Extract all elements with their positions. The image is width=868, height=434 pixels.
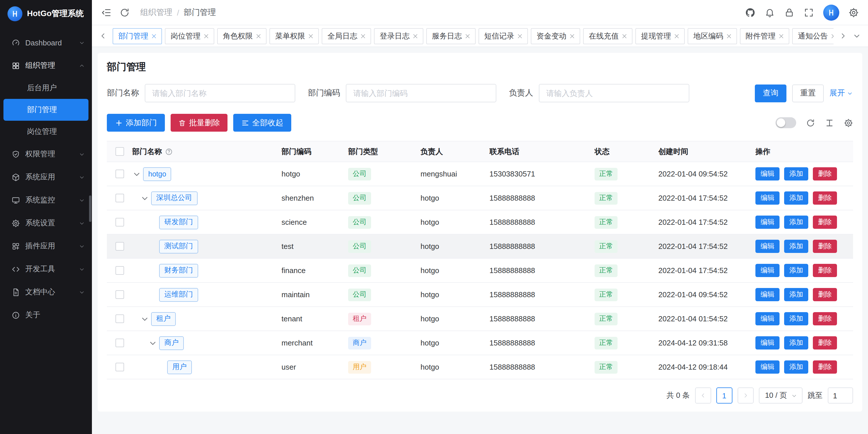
- pagination-next-button[interactable]: [737, 387, 753, 404]
- close-icon[interactable]: [464, 32, 471, 39]
- department-name-tag[interactable]: 用户: [167, 360, 192, 374]
- row-add-button[interactable]: 添加: [784, 264, 808, 277]
- close-icon[interactable]: [569, 32, 576, 39]
- tree-expand-icon[interactable]: [148, 338, 157, 347]
- help-icon[interactable]: [165, 147, 173, 155]
- row-add-button[interactable]: 添加: [784, 312, 808, 325]
- row-edit-button[interactable]: 编辑: [755, 336, 779, 349]
- tab-item-11[interactable]: 地区编码: [688, 28, 737, 44]
- tab-item-1[interactable]: 岗位管理: [165, 28, 214, 44]
- tab-item-5[interactable]: 登录日志: [374, 28, 423, 44]
- close-icon[interactable]: [151, 32, 157, 39]
- row-checkbox[interactable]: [115, 218, 124, 227]
- row-delete-button[interactable]: 删除: [813, 240, 837, 253]
- department-name-tag[interactable]: 运维部门: [159, 288, 198, 301]
- fullscreen-icon[interactable]: [804, 7, 814, 18]
- goto-page-input[interactable]: [828, 387, 853, 404]
- query-button[interactable]: 查询: [755, 84, 786, 102]
- close-icon[interactable]: [412, 32, 419, 39]
- close-icon[interactable]: [673, 32, 680, 39]
- tabs-scroll-right-button[interactable]: [839, 32, 847, 40]
- sidebar-item-6[interactable]: 插件应用: [0, 234, 92, 258]
- page-size-select[interactable]: 10 / 页: [758, 387, 803, 404]
- close-icon[interactable]: [255, 32, 262, 39]
- pagination-page-button[interactable]: 1: [716, 387, 732, 404]
- sidebar-item-1[interactable]: 组织管理: [0, 54, 92, 77]
- sidebar-scrollbar[interactable]: [89, 196, 91, 222]
- close-icon[interactable]: [203, 32, 210, 39]
- close-icon[interactable]: [517, 32, 523, 39]
- sidebar-item-5[interactable]: 系统设置: [0, 211, 92, 234]
- sidebar-subitem-1-0[interactable]: 后台用户: [3, 77, 89, 99]
- row-edit-button[interactable]: 编辑: [755, 192, 779, 205]
- row-add-button[interactable]: 添加: [784, 336, 808, 349]
- sidebar-item-7[interactable]: 开发工具: [0, 258, 92, 281]
- page-refresh-icon[interactable]: [120, 7, 130, 18]
- row-edit-button[interactable]: 编辑: [755, 167, 779, 180]
- sidebar-collapse-icon[interactable]: [101, 7, 112, 18]
- tab-item-10[interactable]: 提现管理: [636, 28, 685, 44]
- row-edit-button[interactable]: 编辑: [755, 288, 779, 301]
- breadcrumb-current[interactable]: 部门管理: [184, 7, 216, 18]
- row-add-button[interactable]: 添加: [784, 192, 808, 205]
- row-delete-button[interactable]: 删除: [813, 264, 837, 277]
- sidebar-item-8[interactable]: 文档中心: [0, 281, 92, 303]
- row-checkbox[interactable]: [115, 314, 124, 323]
- row-checkbox[interactable]: [115, 363, 124, 371]
- app-logo[interactable]: HotGo管理系统: [0, 0, 92, 28]
- tab-item-9[interactable]: 在线充值: [583, 28, 632, 44]
- tree-expand-icon[interactable]: [140, 314, 149, 323]
- tab-item-3[interactable]: 菜单权限: [270, 28, 319, 44]
- select-all-checkbox[interactable]: [115, 147, 124, 156]
- notifications-bell-icon[interactable]: [765, 7, 775, 18]
- row-delete-button[interactable]: 删除: [813, 360, 837, 374]
- dept-code-input[interactable]: [346, 84, 496, 102]
- row-checkbox[interactable]: [115, 339, 124, 347]
- tab-item-0[interactable]: 部门管理: [113, 28, 162, 44]
- row-checkbox[interactable]: [115, 242, 124, 251]
- row-edit-button[interactable]: 编辑: [755, 312, 779, 325]
- close-icon[interactable]: [778, 32, 785, 39]
- collapse-all-button[interactable]: 全部收起: [233, 114, 291, 132]
- tab-item-4[interactable]: 全局日志: [322, 28, 371, 44]
- row-checkbox[interactable]: [115, 170, 124, 178]
- row-edit-button[interactable]: 编辑: [755, 264, 779, 277]
- tabs-menu-button[interactable]: [852, 32, 861, 40]
- row-edit-button[interactable]: 编辑: [755, 240, 779, 253]
- github-icon[interactable]: [745, 7, 755, 18]
- row-edit-button[interactable]: 编辑: [755, 215, 779, 229]
- row-checkbox[interactable]: [115, 194, 124, 202]
- row-add-button[interactable]: 添加: [784, 288, 808, 301]
- expand-toggle[interactable]: 展开: [830, 88, 853, 98]
- row-delete-button[interactable]: 删除: [813, 192, 837, 205]
- row-delete-button[interactable]: 删除: [813, 312, 837, 325]
- sidebar-subitem-1-1[interactable]: 部门管理: [3, 99, 89, 121]
- owner-input[interactable]: [539, 84, 689, 102]
- sidebar-item-0[interactable]: Dashboard: [0, 31, 92, 54]
- screen-lock-icon[interactable]: [784, 7, 795, 18]
- table-settings-icon[interactable]: [844, 118, 853, 127]
- tree-expand-icon[interactable]: [132, 169, 141, 178]
- table-refresh-icon[interactable]: [806, 118, 815, 127]
- row-checkbox[interactable]: [115, 290, 124, 299]
- row-add-button[interactable]: 添加: [784, 167, 808, 180]
- add-department-button[interactable]: 添加部门: [107, 114, 165, 132]
- sidebar-item-4[interactable]: 系统监控: [0, 189, 92, 211]
- sidebar-subitem-1-2[interactable]: 岗位管理: [3, 121, 89, 143]
- row-delete-button[interactable]: 删除: [813, 336, 837, 349]
- settings-gear-icon[interactable]: [848, 7, 859, 18]
- tab-item-2[interactable]: 角色权限: [217, 28, 267, 44]
- sidebar-item-9[interactable]: 关于: [0, 303, 92, 326]
- sidebar-item-2[interactable]: 权限管理: [0, 143, 92, 166]
- close-icon[interactable]: [830, 32, 834, 39]
- breadcrumb-parent[interactable]: 组织管理: [140, 7, 172, 18]
- row-delete-button[interactable]: 删除: [813, 288, 837, 301]
- batch-delete-button[interactable]: 批量删除: [170, 114, 227, 132]
- reset-button[interactable]: 重置: [792, 84, 824, 102]
- row-add-button[interactable]: 添加: [784, 360, 808, 374]
- department-name-tag[interactable]: 测试部门: [159, 239, 198, 253]
- pagination-prev-button[interactable]: [695, 387, 711, 404]
- department-name-tag[interactable]: 商户: [159, 336, 184, 350]
- department-name-tag[interactable]: 深圳总公司: [151, 191, 197, 205]
- table-toggle-switch[interactable]: [776, 117, 796, 128]
